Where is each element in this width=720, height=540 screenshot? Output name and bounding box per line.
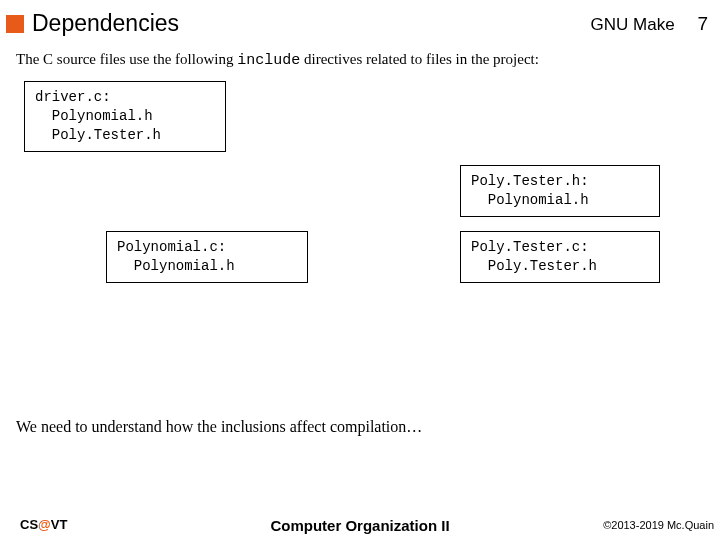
header-context: GNU Make 7 — [591, 13, 708, 35]
footer-left: CS@VT — [20, 517, 67, 532]
footer-vt: VT — [51, 517, 68, 532]
dep-box-polytester-c: Poly.Tester.c: Poly.Tester.h — [460, 231, 660, 283]
context-label: GNU Make — [591, 15, 675, 34]
intro-post: directives related to files in the proje… — [300, 51, 539, 67]
intro-pre: The C source files use the following — [16, 51, 237, 67]
footer-at: @ — [38, 517, 51, 532]
slide-footer: CS@VT Computer Organization II ©2013-201… — [0, 517, 720, 532]
slide-title: Dependencies — [32, 10, 591, 37]
footer-cs: CS — [20, 517, 38, 532]
dependency-boxes: driver.c: Polynomial.h Poly.Tester.h Pol… — [0, 75, 720, 305]
intro-code: include — [237, 52, 300, 69]
footer-copyright: ©2013-2019 Mc.Quain — [603, 519, 714, 531]
bullet-icon — [6, 15, 24, 33]
footer-center: Computer Organization II — [270, 517, 449, 534]
intro-text: The C source files use the following inc… — [0, 43, 720, 75]
dep-box-polytester-h: Poly.Tester.h: Polynomial.h — [460, 165, 660, 217]
page-number: 7 — [697, 13, 708, 35]
outro-text: We need to understand how the inclusions… — [16, 418, 422, 436]
dep-box-driver: driver.c: Polynomial.h Poly.Tester.h — [24, 81, 226, 152]
slide-header: Dependencies GNU Make 7 — [0, 0, 720, 43]
dep-box-polynomial-c: Polynomial.c: Polynomial.h — [106, 231, 308, 283]
